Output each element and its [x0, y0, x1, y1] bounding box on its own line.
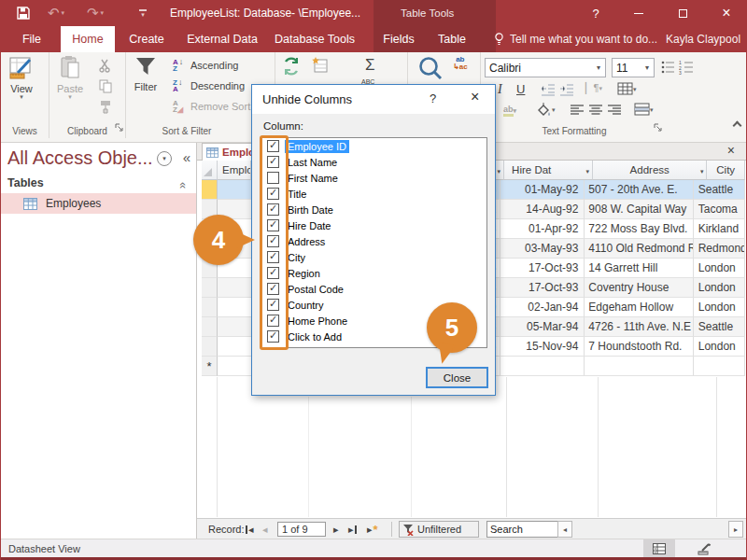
italic-button[interactable]: I [498, 82, 502, 97]
cell-address[interactable]: Coventry House [585, 278, 693, 298]
cell[interactable] [585, 357, 693, 376]
cell[interactable] [694, 357, 745, 376]
paragraph-direction-button[interactable]: ▏¶▾ [585, 82, 602, 94]
filter-button[interactable]: Filter [134, 55, 158, 92]
underline-button[interactable]: U [516, 82, 525, 96]
cell-hire-date[interactable]: 02-Jan-94 [500, 298, 585, 317]
nav-section-tables[interactable]: Tables [7, 176, 44, 189]
cut-button[interactable] [98, 58, 113, 73]
bullets-button[interactable] [660, 60, 675, 75]
cell-hire-date[interactable]: 05-Mar-94 [500, 317, 585, 337]
cell[interactable] [218, 337, 251, 357]
find-button[interactable] [416, 54, 445, 84]
font-name-combobox[interactable]: Calibri ▾ [485, 58, 606, 77]
new-record-row[interactable]: * [202, 357, 251, 376]
replace-button[interactable]: ab↳ac [453, 56, 468, 71]
format-painter-button[interactable] [98, 99, 113, 114]
undo-button[interactable]: ↶▾ [48, 0, 64, 26]
help-button[interactable]: ? [582, 0, 610, 26]
scroll-right-button[interactable]: ▸ [728, 521, 743, 538]
tab-external-data[interactable]: External Data [180, 26, 264, 52]
user-name[interactable]: Kayla Claypool [666, 26, 740, 52]
first-record-button[interactable]: ◂ [246, 519, 254, 539]
cell[interactable] [218, 317, 251, 337]
cell-hire-date[interactable]: 15-Nov-94 [500, 337, 585, 357]
list-item-address[interactable]: Address [262, 233, 486, 249]
record-selector-row[interactable] [202, 337, 251, 357]
decrease-indent-button[interactable] [541, 83, 556, 96]
cell-city[interactable]: London [694, 259, 745, 278]
cell-city[interactable]: Seattle [694, 317, 745, 337]
list-item-first-name[interactable]: First Name [262, 170, 486, 186]
minimize-button[interactable] [625, 0, 653, 26]
increase-indent-button[interactable] [559, 83, 574, 96]
close-dialog-button[interactable]: Close [426, 367, 488, 388]
new-record-selector[interactable]: * [202, 357, 218, 376]
align-right-button[interactable] [608, 105, 622, 116]
quick-access-customize-button[interactable]: ▾ [139, 0, 147, 26]
search-input[interactable] [486, 521, 565, 538]
cell-city[interactable]: Tacoma [694, 200, 745, 219]
next-record-button[interactable]: ▸ [333, 519, 339, 539]
last-record-button[interactable]: ▸ [348, 519, 357, 539]
align-center-button[interactable] [589, 105, 603, 116]
list-item-region[interactable]: Region [262, 265, 486, 281]
close-button[interactable]: × [712, 0, 740, 26]
cell-city[interactable]: London [694, 298, 745, 317]
paste-button[interactable]: Paste ▾ [57, 55, 83, 100]
cell[interactable] [218, 298, 251, 317]
totals-button[interactable]: Σ [365, 56, 375, 75]
alternate-row-color-button[interactable]: ▾ [634, 103, 654, 117]
record-selector[interactable] [202, 337, 218, 357]
cell-hire-date[interactable]: 17-Oct-93 [500, 278, 585, 298]
record-selector-row[interactable] [202, 180, 251, 200]
list-item-employee-id[interactable]: Employee ID [262, 138, 486, 154]
sort-caret-icon[interactable]: ▾ [585, 168, 589, 175]
cell-city[interactable]: London [694, 278, 745, 298]
cell-address[interactable]: 7 Houndstooth Rd. [585, 337, 693, 357]
select-all-cell[interactable] [202, 161, 218, 180]
copy-button[interactable] [98, 78, 113, 93]
font-size-combobox[interactable]: 11 ▾ [612, 58, 655, 77]
record-selector[interactable] [202, 278, 218, 298]
list-item-last-name[interactable]: Last Name [262, 154, 486, 170]
list-item-city[interactable]: City [262, 249, 486, 265]
new-record-button[interactable]: ▸* [367, 519, 378, 539]
save-icon[interactable] [17, 0, 30, 26]
record-position-box[interactable]: 1 of 9 [277, 522, 326, 537]
cell-city[interactable]: Redmond [694, 239, 745, 259]
list-item-birth-date[interactable]: Birth Date [262, 202, 486, 217]
record-selector[interactable] [202, 298, 218, 317]
previous-record-button[interactable]: ◂ [262, 519, 268, 539]
cell-address[interactable]: 908 W. Capital Way [585, 200, 693, 219]
cell-hire-date[interactable]: 03-May-93 [500, 239, 585, 259]
tab-database-tools[interactable]: Database Tools [270, 26, 359, 52]
cell[interactable] [218, 357, 251, 376]
tell-me-box[interactable]: Tell me what you want to do... [494, 26, 657, 52]
tab-create[interactable]: Create [120, 26, 173, 52]
record-selector[interactable] [202, 180, 218, 200]
record-selector-row[interactable] [202, 298, 251, 317]
shutter-close-icon[interactable]: « [183, 149, 190, 165]
cell-hire-date[interactable]: 17-Oct-93 [500, 259, 585, 278]
text-formatting-dialog-launcher[interactable] [654, 119, 662, 135]
maximize-button[interactable] [669, 0, 697, 26]
tab-table[interactable]: Table [430, 26, 473, 52]
cell[interactable] [218, 180, 251, 200]
background-color-button[interactable]: ▾ [535, 103, 556, 118]
highlight-color-button[interactable]: ab▾ [503, 105, 516, 117]
list-item-title[interactable]: Title [262, 186, 486, 202]
remove-sort-button[interactable]: AZ◢ Remove Sort [173, 97, 250, 116]
numbering-button[interactable]: 123 [679, 60, 694, 75]
cell-address[interactable]: 4110 Old Redmond R [585, 239, 693, 259]
datasheet-view-button[interactable] [643, 539, 675, 558]
nav-item-employees[interactable]: Employees [1, 193, 196, 214]
column-header-hire-date[interactable]: Hire Dat▾ [504, 161, 593, 180]
cell-city[interactable]: Kirkland [694, 219, 745, 239]
list-item-hire-date[interactable]: Hire Date [262, 217, 486, 233]
tab-file[interactable]: File [10, 26, 53, 52]
sort-caret-icon[interactable]: ▾ [700, 168, 704, 175]
nav-pane-menu-button[interactable]: ▾ [157, 151, 172, 166]
list-item-postal-code[interactable]: Postal Code [262, 281, 486, 297]
close-document-icon[interactable]: × [727, 143, 735, 158]
